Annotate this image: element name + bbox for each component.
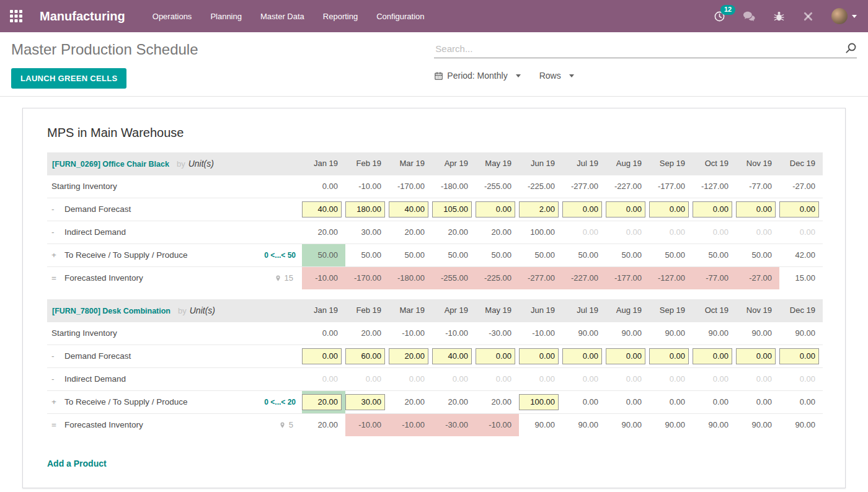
- activities-clock-icon[interactable]: 12: [714, 11, 725, 22]
- app-title[interactable]: Manufacturing: [40, 9, 125, 24]
- mps-cell: 90.00: [562, 322, 606, 345]
- menu-master-data[interactable]: Master Data: [260, 9, 304, 24]
- forecast-input[interactable]: [649, 201, 689, 217]
- forecast-input[interactable]: [345, 201, 385, 217]
- menu-configuration[interactable]: Configuration: [376, 9, 424, 24]
- forecast-input[interactable]: [345, 348, 385, 364]
- forecast-input[interactable]: [302, 201, 342, 217]
- month-header: Aug 19: [606, 152, 649, 175]
- forecast-input[interactable]: [389, 348, 428, 364]
- mps-cell: 0.00: [693, 221, 736, 244]
- mps-cell: 0.00: [649, 221, 693, 244]
- forecast-input[interactable]: [519, 201, 559, 217]
- mps-cell: [302, 198, 345, 221]
- mps-cell: -10.00: [389, 413, 432, 436]
- row-label: Starting Inventory: [51, 182, 117, 191]
- period-filter[interactable]: Period: Monthly: [434, 71, 520, 81]
- menu-planning[interactable]: Planning: [210, 9, 242, 24]
- mps-cell: [345, 198, 389, 221]
- mps-cell: [302, 345, 345, 367]
- row-label-cell: -Indirect Demand: [47, 367, 302, 390]
- forecast-input[interactable]: [736, 348, 776, 364]
- bug-icon[interactable]: [773, 11, 785, 22]
- row-label: To Receive / To Supply / Produce: [64, 250, 188, 260]
- forecast-input[interactable]: [606, 201, 645, 217]
- mps-cell: -180.00: [389, 266, 432, 289]
- launch-green-cells-button[interactable]: LAUNCH GREEN CELLS: [11, 68, 126, 89]
- forecast-input[interactable]: [302, 394, 342, 410]
- mps-cell: [562, 198, 606, 221]
- forecast-input[interactable]: [693, 201, 732, 217]
- month-header: Feb 19: [345, 299, 389, 322]
- forecast-input[interactable]: [562, 201, 602, 217]
- mps-row: Starting Inventory0.00-10.00-170.00-180.…: [47, 175, 823, 198]
- mps-cell: [649, 345, 693, 367]
- uom-label: Unit(s): [190, 305, 215, 315]
- forecast-input[interactable]: [302, 348, 342, 364]
- product-name-link[interactable]: [FURN_7800] Desk Combination: [52, 307, 170, 315]
- mps-cell: [693, 198, 736, 221]
- mps-cell: [389, 198, 432, 221]
- mps-cell: 20.00: [432, 390, 476, 413]
- apps-grid-icon[interactable]: [0, 10, 32, 22]
- month-header: Dec 19: [779, 299, 823, 322]
- row-label-cell: -Demand Forecast: [47, 198, 302, 221]
- forecast-input[interactable]: [779, 201, 819, 217]
- mps-cell: [736, 345, 779, 367]
- mps-cell: -27.00: [779, 175, 823, 198]
- mps-cell: [345, 345, 389, 367]
- forecast-input[interactable]: [432, 348, 472, 364]
- product-name-link[interactable]: [FURN_0269] Office Chair Black: [52, 160, 169, 169]
- forecast-input[interactable]: [693, 348, 732, 364]
- mps-cell: 0.00: [779, 367, 823, 390]
- row-label: Forecasted Inventory: [64, 420, 143, 429]
- mps-cell: 0.00: [562, 221, 606, 244]
- forecast-input[interactable]: [649, 348, 689, 364]
- search-icon[interactable]: [844, 42, 857, 55]
- forecast-input[interactable]: [476, 348, 515, 364]
- mps-cell: 50.00: [693, 244, 736, 266]
- mps-cell: 50.00: [389, 244, 432, 266]
- forecast-input[interactable]: [562, 348, 602, 364]
- search-input[interactable]: [434, 43, 844, 55]
- mps-cell: 50.00: [476, 244, 519, 266]
- mps-cell: 100.00: [519, 221, 562, 244]
- forecast-input[interactable]: [432, 201, 472, 217]
- user-menu[interactable]: [831, 8, 857, 24]
- forecast-input[interactable]: [389, 201, 428, 217]
- mps-cell: 50.00: [302, 244, 345, 266]
- tools-icon[interactable]: [802, 11, 814, 22]
- forecast-input[interactable]: [519, 394, 559, 410]
- mps-cell: -27.00: [736, 266, 779, 289]
- mps-cell: 0.00: [562, 367, 606, 390]
- month-header: Sep 19: [649, 152, 693, 175]
- mps-cell: 90.00: [519, 413, 562, 436]
- row-label-cell: Starting Inventory: [47, 175, 302, 198]
- menu-operations[interactable]: Operations: [153, 9, 192, 24]
- forecast-input[interactable]: [736, 201, 776, 217]
- mps-cell: 0.00: [345, 367, 389, 390]
- mps-cell: -177.00: [606, 266, 649, 289]
- menu-reporting[interactable]: Reporting: [323, 9, 358, 24]
- mps-cell: [606, 198, 649, 221]
- rows-filter[interactable]: Rows: [539, 71, 574, 81]
- mps-cell: 50.00: [345, 244, 389, 266]
- mps-cell: -77.00: [693, 266, 736, 289]
- forecast-input[interactable]: [779, 348, 819, 364]
- mps-row: +To Receive / To Supply / Produce0 <...<…: [47, 244, 823, 266]
- mps-cell: 0.00: [693, 367, 736, 390]
- mps-cell: 90.00: [693, 413, 736, 436]
- forecast-input[interactable]: [476, 201, 515, 217]
- add-product-link[interactable]: Add a Product: [47, 459, 107, 468]
- forecast-input[interactable]: [606, 348, 645, 364]
- mps-cell: [736, 198, 779, 221]
- mps-cell: -10.00: [345, 175, 389, 198]
- mps-row: =Forecasted Inventory15-10.00-170.00-180…: [47, 266, 823, 289]
- filter-bar: Period: Monthly Rows: [434, 71, 857, 81]
- top-navbar: Manufacturing Operations Planning Master…: [0, 0, 868, 32]
- forecast-input[interactable]: [345, 394, 385, 410]
- forecast-input[interactable]: [519, 348, 559, 364]
- calendar-icon: [434, 71, 443, 81]
- messages-chat-icon[interactable]: [743, 11, 756, 22]
- month-header: Nov 19: [736, 299, 779, 322]
